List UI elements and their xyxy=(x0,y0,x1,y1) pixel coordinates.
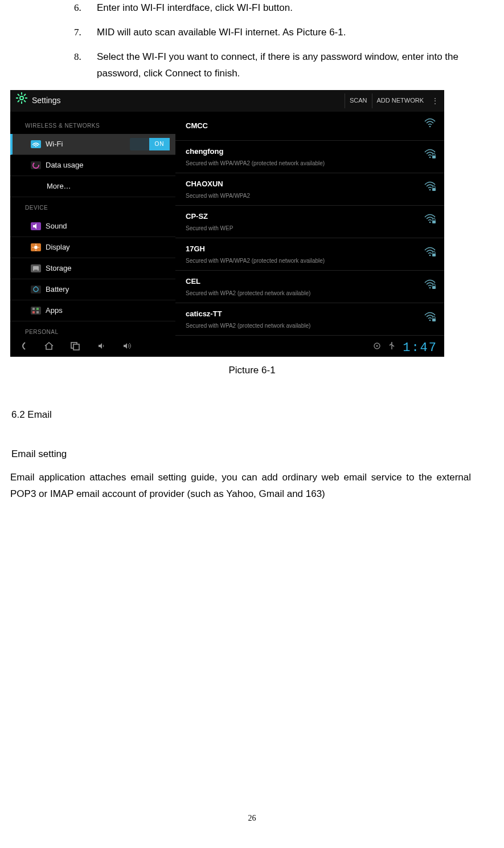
wifi-signal-lock-icon xyxy=(424,213,436,230)
network-item[interactable]: CP-SZ Secured with WEP xyxy=(175,206,444,238)
sidebar-item-sound[interactable]: Sound xyxy=(10,216,175,237)
svg-line-7 xyxy=(18,100,19,102)
list-item-7: 7. MID will auto scan available WI-FI in… xyxy=(74,25,470,41)
svg-rect-25 xyxy=(32,308,35,310)
sidebar-item-label: Wi-Fi xyxy=(46,138,130,150)
action-bar: Settings SCAN ADD NETWORK ⋮ xyxy=(10,90,444,112)
system-navigation-bar: 1:47 xyxy=(10,340,444,357)
sidebar-item-label: Sound xyxy=(46,220,175,233)
svg-point-0 xyxy=(20,96,23,100)
sidebar-item-more[interactable]: More… xyxy=(10,176,175,197)
network-security: Secured with WPA/WPA2 (protected network… xyxy=(186,158,424,168)
network-name: chengfong xyxy=(186,145,424,158)
sidebar-item-label: More… xyxy=(47,180,175,193)
settings-sidebar: WIRELESS & NETWORKS Wi-Fi ON Data usage xyxy=(10,112,175,340)
wifi-toggle[interactable]: ON xyxy=(130,138,170,150)
svg-rect-37 xyxy=(432,254,436,256)
svg-rect-39 xyxy=(432,286,436,289)
volume-up-icon[interactable] xyxy=(122,340,133,356)
sidebar-item-storage[interactable]: Storage xyxy=(10,258,175,279)
add-network-button[interactable]: ADD NETWORK xyxy=(372,93,429,108)
network-item[interactable]: CEL Secured with WPA2 (protected network… xyxy=(175,271,444,303)
svg-point-29 xyxy=(429,126,431,128)
svg-point-34 xyxy=(429,222,431,223)
network-name: CHAOXUN xyxy=(186,178,424,190)
section-header-personal: PERSONAL xyxy=(10,321,175,340)
section-heading-email: 6.2 Email xyxy=(11,407,470,423)
sidebar-item-apps[interactable]: Apps xyxy=(10,300,175,321)
svg-rect-41 xyxy=(432,319,436,321)
volume-down-icon[interactable] xyxy=(96,340,107,356)
section-header-device: DEVICE xyxy=(10,197,175,216)
sidebar-item-display[interactable]: Display xyxy=(10,237,175,258)
settings-gear-icon xyxy=(15,91,28,111)
network-security: Secured with WPA/WPA2 (protected network… xyxy=(186,256,424,266)
svg-rect-22 xyxy=(34,270,38,271)
sidebar-item-label: Battery xyxy=(46,283,175,296)
sidebar-item-battery[interactable]: Battery xyxy=(10,279,175,300)
subheading-email-setting: Email setting xyxy=(11,446,470,463)
svg-point-10 xyxy=(35,146,36,147)
home-icon[interactable] xyxy=(43,340,55,356)
svg-rect-31 xyxy=(432,156,436,158)
network-name: CMCC xyxy=(186,120,424,132)
sidebar-item-label: Display xyxy=(46,241,175,254)
network-item[interactable]: CHAOXUN Secured with WPA/WPA2 xyxy=(175,173,444,206)
svg-point-45 xyxy=(376,345,378,347)
sidebar-item-label: Storage xyxy=(46,262,175,275)
network-security: Secured with WPA2 (protected network ava… xyxy=(186,288,424,298)
svg-point-30 xyxy=(429,157,431,158)
network-name: CEL xyxy=(186,275,424,288)
svg-rect-28 xyxy=(36,311,39,313)
svg-point-36 xyxy=(429,254,431,256)
figure-caption: Picture 6-1 xyxy=(34,362,470,379)
sidebar-item-wifi[interactable]: Wi-Fi ON xyxy=(10,134,175,155)
sound-icon xyxy=(31,221,46,232)
wifi-signal-lock-icon xyxy=(424,148,436,165)
toggle-on-label: ON xyxy=(149,138,170,150)
svg-rect-24 xyxy=(31,307,41,315)
page-number: 26 xyxy=(0,812,504,825)
recent-apps-icon[interactable] xyxy=(69,340,81,356)
network-item[interactable]: CMCC xyxy=(175,112,444,141)
list-item-8: 8. Select the WI-FI you want to connect,… xyxy=(74,49,470,82)
section-header-wireless: WIRELESS & NETWORKS xyxy=(10,115,175,134)
svg-rect-35 xyxy=(432,221,436,223)
usb-icon xyxy=(388,340,396,356)
network-name: caticsz-TT xyxy=(186,308,424,320)
storage-icon xyxy=(31,263,46,274)
status-bar-clock: 1:47 xyxy=(403,337,437,358)
wifi-signal-lock-icon xyxy=(424,279,436,295)
svg-point-32 xyxy=(429,189,431,191)
overflow-menu-icon[interactable]: ⋮ xyxy=(428,97,444,104)
wifi-signal-icon xyxy=(424,117,436,134)
svg-rect-43 xyxy=(73,344,79,350)
wifi-signal-lock-icon xyxy=(424,311,436,328)
svg-line-8 xyxy=(24,94,26,96)
display-icon xyxy=(31,242,46,253)
network-item[interactable]: 17GH Secured with WPA/WPA2 (protected ne… xyxy=(175,238,444,271)
wifi-signal-lock-icon xyxy=(424,181,436,197)
list-text: Enter into WI-FI interdface, click WI-FI… xyxy=(97,0,470,17)
network-item[interactable]: caticsz-TT Secured with WPA2 (protected … xyxy=(175,303,444,336)
network-item[interactable]: chengfong Secured with WPA/WPA2 (protect… xyxy=(175,141,444,173)
svg-rect-33 xyxy=(432,188,436,191)
svg-point-38 xyxy=(429,287,431,288)
list-number: 8. xyxy=(74,49,91,82)
network-security: Secured with WPA/WPA2 xyxy=(186,191,424,201)
email-paragraph: Email application attaches email setting… xyxy=(10,470,471,503)
svg-line-6 xyxy=(24,100,26,102)
usb-debug-icon xyxy=(373,340,381,356)
settings-screenshot: Settings SCAN ADD NETWORK ⋮ WIRELESS & N… xyxy=(10,90,444,357)
svg-point-15 xyxy=(34,246,38,249)
scan-button[interactable]: SCAN xyxy=(345,93,372,108)
svg-point-46 xyxy=(391,342,392,343)
svg-point-40 xyxy=(429,319,431,321)
sidebar-item-label: Data usage xyxy=(46,159,175,172)
back-icon[interactable] xyxy=(17,340,28,356)
sidebar-item-data-usage[interactable]: Data usage xyxy=(10,155,175,176)
svg-rect-26 xyxy=(36,308,39,310)
wifi-icon xyxy=(31,138,46,150)
battery-icon xyxy=(31,284,46,295)
apps-icon xyxy=(31,305,46,316)
